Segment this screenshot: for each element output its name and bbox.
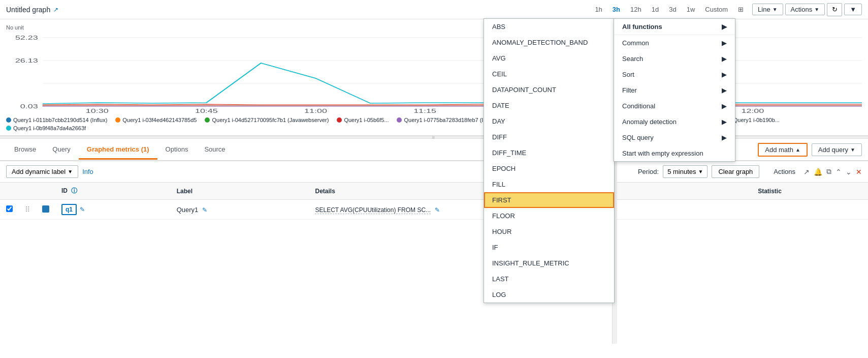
th-checkbox <box>0 183 19 200</box>
refresh-button[interactable]: ↻ <box>827 3 842 16</box>
expand-button[interactable]: ▼ <box>844 4 862 15</box>
th-label: Label <box>171 183 309 200</box>
up-action-icon[interactable]: ⌃ <box>835 168 842 176</box>
menu-common[interactable]: Common ▶ <box>614 35 735 51</box>
menu-empty-expression[interactable]: Start with empty expression <box>614 145 735 161</box>
menu-sort[interactable]: Sort ▶ <box>614 67 735 82</box>
menu-conditional[interactable]: Conditional ▶ <box>614 98 735 114</box>
fn-avg[interactable]: AVG <box>484 50 614 66</box>
add-query-button[interactable]: Add query ▼ <box>812 143 862 156</box>
menu-filter[interactable]: Filter ▶ <box>614 82 735 98</box>
period-label: Period: <box>638 168 659 175</box>
tab-browse[interactable]: Browse <box>6 140 44 160</box>
fn-floor[interactable]: FLOOR <box>484 208 614 224</box>
svg-text:12:00: 12:00 <box>741 108 764 114</box>
fn-diff[interactable]: DIFF <box>484 129 614 145</box>
refresh-icon: ↻ <box>832 6 838 13</box>
fn-day[interactable]: DAY <box>484 113 614 129</box>
table-row: ⠿ q1 ✎ <box>0 200 868 220</box>
label-edit-icon[interactable]: ✎ <box>202 206 207 214</box>
time-btn-1d[interactable]: 1d <box>647 4 663 15</box>
time-btn-12h[interactable]: 12h <box>626 4 646 15</box>
period-dropdown-arrow: ▼ <box>698 169 703 174</box>
tabs-bar: Browse Query Graphed metrics (1) Options… <box>0 139 868 161</box>
add-math-button[interactable]: Add math ▲ <box>758 143 808 157</box>
details-text[interactable]: SELECT AVG(CPUUtilization) FROM SC... <box>315 206 431 214</box>
row-id-cell: q1 ✎ <box>55 200 171 220</box>
time-range-buttons: 1h 3h 12h 1d 3d 1w Custom ⊞ <box>590 4 748 15</box>
anomaly-arrow: ▶ <box>722 118 727 126</box>
add-math-up-icon: ▲ <box>795 147 800 153</box>
copy-action-icon[interactable]: ⧉ <box>826 167 831 176</box>
time-btn-1w[interactable]: 1w <box>682 4 700 15</box>
drag-handle[interactable]: ⠿ <box>25 205 30 214</box>
legend-dot-2 <box>205 117 210 123</box>
info-link[interactable]: Info <box>82 168 93 175</box>
legend-item-2: Query1 i-04d527170095fc7b1 (Javawebserve… <box>205 117 329 123</box>
tab-options[interactable]: Options <box>157 140 197 160</box>
sort-arrow: ▶ <box>722 71 727 78</box>
svg-text:26.13: 26.13 <box>15 58 38 64</box>
th-color <box>36 183 55 200</box>
time-btn-3d[interactable]: 3d <box>664 4 681 15</box>
fn-diff-time[interactable]: DIFF_TIME <box>484 145 614 161</box>
svg-text:10:45: 10:45 <box>195 108 218 114</box>
color-swatch <box>42 205 49 213</box>
row-checkbox[interactable] <box>6 205 13 212</box>
legend-item-0: Query1 i-011bb7cbb2190d514 (Influx) <box>6 117 107 123</box>
clear-graph-button[interactable]: Clear graph <box>712 165 759 178</box>
fn-insight[interactable]: INSIGHT_RULE_METRIC <box>484 255 614 271</box>
conditional-arrow: ▶ <box>722 102 727 110</box>
tab-source[interactable]: Source <box>196 140 233 160</box>
down-action-icon[interactable]: ⌄ <box>846 168 852 176</box>
row-checkbox-cell <box>0 200 19 220</box>
right-toolbar: Period: 5 minutes ▼ Clear graph Actions … <box>638 165 862 178</box>
search-arrow: ▶ <box>722 55 727 63</box>
menu-search[interactable]: Search ▶ <box>614 51 735 67</box>
external-link-icon[interactable]: ↗ <box>53 6 58 13</box>
menu-sql-query[interactable]: SQL query ▶ <box>614 130 735 145</box>
fn-epoch[interactable]: EPOCH <box>484 161 614 176</box>
fn-abs[interactable]: ABS <box>484 19 614 35</box>
fn-last[interactable]: LAST <box>484 271 614 287</box>
fn-log[interactable]: LOG <box>484 287 614 303</box>
dynamic-label-button[interactable]: Add dynamic label ▼ <box>6 165 78 178</box>
fn-date[interactable]: DATE <box>484 98 614 113</box>
row-label-cell: Query1 ✎ <box>171 200 309 220</box>
time-btn-1h[interactable]: 1h <box>590 4 606 15</box>
svg-text:11:00: 11:00 <box>304 108 327 114</box>
legend-dot-8 <box>6 126 11 131</box>
menu-anomaly-detection[interactable]: Anomaly detection ▶ <box>614 114 735 130</box>
chart-container: No unit 52.23 26.13 0.03 10:30 <box>0 19 868 136</box>
header-arrow-right: ▶ <box>722 23 727 31</box>
fn-hour[interactable]: HOUR <box>484 224 614 240</box>
query-id-edit-icon[interactable]: ✎ <box>80 206 85 213</box>
time-btn-grid[interactable]: ⊞ <box>733 4 748 15</box>
table-header-row: ID ⓘ Label Details Statistic <box>0 183 868 200</box>
svg-text:11:15: 11:15 <box>413 108 436 114</box>
fn-if[interactable]: IF <box>484 240 614 255</box>
time-btn-3h[interactable]: 3h <box>608 4 625 15</box>
actions-button[interactable]: Actions ▼ <box>785 4 825 15</box>
bell-action-icon[interactable]: 🔔 <box>814 168 822 176</box>
fn-datapoint[interactable]: DATAPOINT_COUNT <box>484 82 614 98</box>
tab-query[interactable]: Query <box>44 140 78 160</box>
details-edit-icon[interactable]: ✎ <box>435 206 440 214</box>
expand-icon: ▼ <box>850 6 856 13</box>
line-button[interactable]: Line ▼ <box>752 4 783 15</box>
all-functions-panel[interactable]: All functions ▶ Common ▶ Search ▶ Sort ▶… <box>614 18 735 162</box>
header-title-area: Untitled graph ↗ <box>6 6 58 14</box>
fn-anomaly[interactable]: ANOMALY_DETECTION_BAND <box>484 35 614 50</box>
fn-ceil[interactable]: CEIL <box>484 66 614 82</box>
header: Untitled graph ↗ 1h 3h 12h 1d 3d 1w Cust… <box>0 0 868 19</box>
graph-action-icon[interactable]: ↗ <box>803 168 810 176</box>
delete-action-icon[interactable]: ✕ <box>856 168 862 176</box>
tab-graphed-metrics[interactable]: Graphed metrics (1) <box>79 140 157 160</box>
fn-fill[interactable]: FILL <box>484 176 614 192</box>
fn-first[interactable]: FIRST <box>484 192 614 208</box>
time-btn-custom[interactable]: Custom <box>700 4 732 15</box>
period-select[interactable]: 5 minutes ▼ <box>663 165 708 178</box>
functions-panel[interactable]: ABS ANOMALY_DETECTION_BAND AVG CEIL DATA… <box>484 18 615 303</box>
query-id-box[interactable]: q1 <box>61 204 77 215</box>
all-functions-header: All functions ▶ <box>614 19 735 35</box>
